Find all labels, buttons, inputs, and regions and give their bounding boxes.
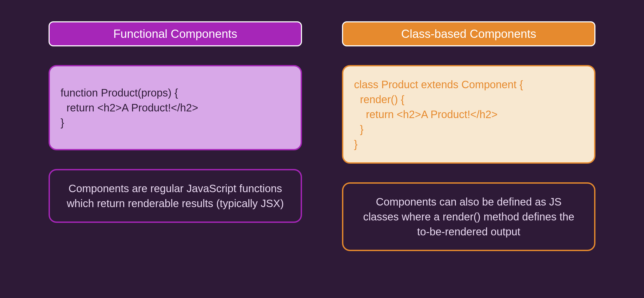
functional-header: Functional Components — [49, 21, 302, 46]
comparison-columns: Functional Components function Product(p… — [24, 21, 620, 251]
class-description: Components can also be defined as JS cla… — [363, 196, 574, 237]
functional-code: function Product(props) { return <h2>A P… — [61, 85, 198, 130]
class-code: class Product extends Component { render… — [354, 77, 523, 152]
class-description-box: Components can also be defined as JS cla… — [342, 182, 595, 251]
class-header: Class-based Components — [342, 21, 595, 46]
class-column: Class-based Components class Product ext… — [342, 21, 595, 251]
functional-code-box: function Product(props) { return <h2>A P… — [49, 65, 302, 150]
functional-description-box: Components are regular JavaScript functi… — [49, 169, 302, 223]
functional-description: Components are regular JavaScript functi… — [67, 183, 284, 209]
functional-title: Functional Components — [113, 27, 237, 40]
class-code-box: class Product extends Component { render… — [342, 65, 595, 164]
class-title: Class-based Components — [401, 27, 536, 40]
functional-column: Functional Components function Product(p… — [49, 21, 302, 251]
